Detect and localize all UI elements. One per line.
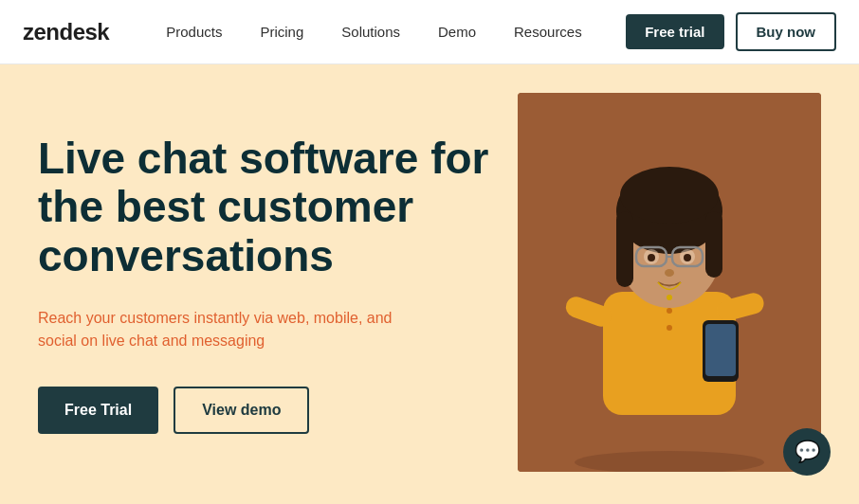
nav-actions: Free trial Buy now bbox=[626, 12, 836, 51]
chat-icon: 💬 bbox=[795, 440, 820, 464]
svg-rect-20 bbox=[705, 324, 736, 376]
nav-solutions[interactable]: Solutions bbox=[341, 24, 400, 40]
svg-point-21 bbox=[667, 308, 672, 314]
svg-point-15 bbox=[684, 254, 691, 261]
nav-buy-now-button[interactable]: Buy now bbox=[736, 12, 837, 51]
hero-subtitle: Reach your customers instantly via web, … bbox=[38, 307, 398, 352]
hero-section: Live chat software for the best customer… bbox=[0, 64, 859, 504]
svg-point-8 bbox=[620, 167, 719, 224]
hero-demo-button[interactable]: View demo bbox=[174, 387, 309, 434]
hero-trial-button[interactable]: Free Trial bbox=[38, 387, 158, 434]
svg-rect-7 bbox=[705, 211, 722, 278]
svg-point-22 bbox=[667, 325, 672, 331]
nav-demo[interactable]: Demo bbox=[438, 24, 476, 40]
nav-free-trial-button[interactable]: Free trial bbox=[626, 14, 723, 49]
hero-buttons: Free Trial View demo bbox=[38, 387, 493, 434]
hero-title: Live chat software for the best customer… bbox=[38, 135, 493, 281]
hero-image bbox=[518, 93, 821, 472]
navbar: zendesk Products Pricing Solutions Demo … bbox=[0, 0, 859, 64]
nav-products[interactable]: Products bbox=[166, 24, 222, 40]
hero-illustration bbox=[518, 93, 821, 472]
nav-pricing[interactable]: Pricing bbox=[260, 24, 303, 40]
svg-point-14 bbox=[648, 254, 655, 261]
svg-point-16 bbox=[665, 269, 674, 277]
logo: zendesk bbox=[23, 19, 109, 45]
chat-widget-button[interactable]: 💬 bbox=[783, 428, 831, 476]
nav-resources[interactable]: Resources bbox=[514, 24, 582, 40]
hero-content: Live chat software for the best customer… bbox=[38, 135, 493, 435]
svg-point-23 bbox=[667, 295, 672, 300]
svg-rect-6 bbox=[616, 211, 633, 287]
hero-subtitle-highlight: live chat and messaging bbox=[102, 333, 265, 349]
nav-links: Products Pricing Solutions Demo Resource… bbox=[166, 24, 626, 40]
